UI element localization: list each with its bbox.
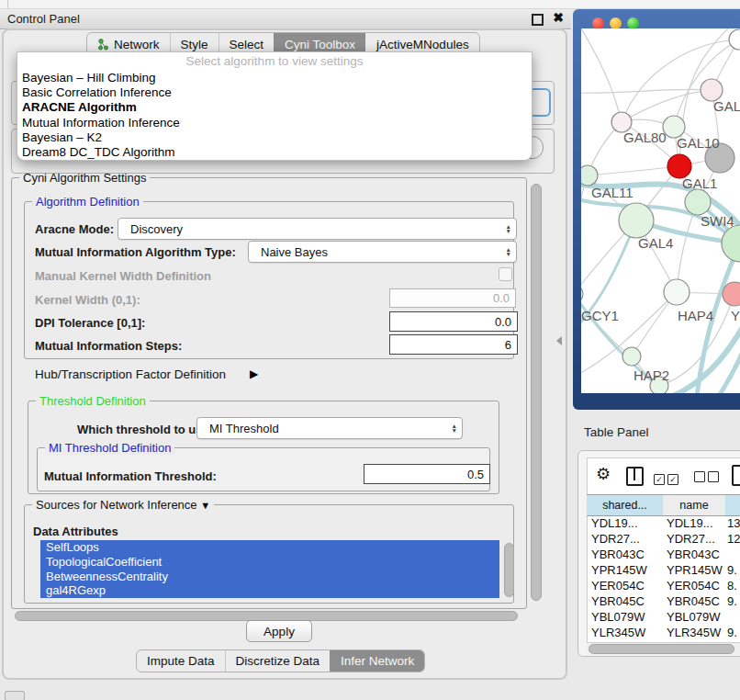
mi-type-combo[interactable]: Naive Bayes ▲▼: [248, 241, 517, 263]
hide-columns-icon[interactable]: [694, 469, 722, 486]
columns-icon[interactable]: [626, 467, 644, 486]
node-label-gal10: GAL10: [677, 135, 720, 151]
kernel-width-label: Kernel Width (0,1):: [35, 293, 140, 307]
dpi-tolerance-label: DPI Tolerance [0,1]:: [35, 316, 145, 330]
network-node-gal4[interactable]: [619, 203, 654, 238]
network-node-gcy1[interactable]: [581, 285, 583, 303]
which-threshold-combo[interactable]: MI Threshold ▲▼: [196, 417, 463, 439]
manual-kernel-checkbox[interactable]: [499, 267, 512, 281]
network-edge[interactable]: [622, 90, 712, 122]
tab-impute-data[interactable]: Impute Data: [137, 650, 225, 672]
mi-steps-label: Mutual Information Steps:: [35, 339, 182, 353]
dpi-tolerance-field[interactable]: 0.0: [389, 311, 518, 332]
table-cell: 8.: [727, 579, 740, 593]
table-cell: 12: [727, 532, 740, 546]
network-node-swi4[interactable]: [685, 189, 711, 215]
aracne-mode-label: Aracne Mode:: [35, 222, 114, 236]
network-node-node-top[interactable]: [729, 29, 740, 50]
manual-kernel-label: Manual Kernel Width Definition: [35, 269, 211, 283]
collapse-arrow-icon[interactable]: ▼: [200, 500, 210, 511]
network-edge[interactable]: [581, 175, 588, 294]
column-header-3[interactable]: A: [725, 494, 740, 516]
kernel-width-field[interactable]: 0.0: [389, 288, 516, 308]
splitter-handle-icon[interactable]: [556, 336, 562, 345]
data-attributes-label: Data Attributes: [33, 525, 118, 538]
tab-impute-data-label: Impute Data: [147, 654, 215, 668]
table-cell: YDR27...: [591, 532, 663, 546]
column-header-1[interactable]: shared...: [587, 494, 664, 516]
table-cell: 9.: [727, 594, 740, 608]
node-label-gal7: GAL: [713, 98, 740, 114]
expand-arrow-icon[interactable]: ▶: [250, 367, 258, 380]
algorithm-option-bayesian-k2[interactable]: Bayesian – K2: [17, 130, 532, 145]
algorithm-popup-placeholder: Select algorithm to view settings: [17, 52, 532, 71]
mi-steps-field[interactable]: 6: [389, 334, 518, 355]
node-label-swi4: SWI4: [701, 213, 734, 229]
apply-button[interactable]: Apply: [246, 620, 312, 642]
network-edge[interactable]: [581, 28, 622, 122]
tab-infer-network-label: Infer Network: [341, 654, 414, 668]
tab-select-label: Select: [230, 38, 264, 51]
node-label-gal80: GAL80: [623, 130, 667, 145]
table-cell: YDL19...: [591, 516, 663, 530]
document-icon[interactable]: [732, 465, 740, 486]
mi-threshold-field[interactable]: 0.5: [364, 464, 490, 484]
attribute-item-betweennesscentrality[interactable]: BetweennessCentrality: [40, 570, 499, 584]
table-cell: YBR045C: [591, 594, 663, 608]
chevron-updown-icon: ▲▼: [506, 247, 511, 257]
table-cell: YBL079W: [591, 610, 663, 624]
divider: [7, 0, 8, 8]
which-threshold-label: Which threshold to use:: [77, 423, 213, 436]
column-header-2[interactable]: name: [663, 494, 726, 516]
data-attributes-list: SelfLoopsTopologicalCoefficientBetweenne…: [40, 540, 499, 599]
network-node-hap2[interactable]: [622, 347, 641, 366]
network-window: GALGAL80GAL10GAL1GAL11SWI4GAL4GCY1HAP4YH…: [573, 9, 740, 410]
network-graph: GALGAL80GAL10GAL1GAL11SWI4GAL4GCY1HAP4YH…: [581, 28, 740, 393]
table-cell: 9.: [727, 563, 740, 577]
node-label-gcy1: GCY1: [581, 308, 619, 323]
attribute-item-topologicalcoefficient[interactable]: TopologicalCoefficient: [40, 555, 499, 570]
algorithm-definition-title: Algorithm Definition: [32, 195, 143, 209]
aracne-mode-combo[interactable]: Discovery ▲▼: [118, 218, 517, 240]
tab-discretize-data[interactable]: Discretize Data: [225, 650, 331, 672]
algorithm-option-aracne-algorithm[interactable]: ARACNE Algorithm: [17, 100, 532, 115]
table-cell: 9.: [727, 626, 740, 639]
network-edge[interactable]: [581, 294, 632, 356]
tab-infer-network[interactable]: Infer Network: [330, 650, 424, 672]
chevron-updown-icon: ▲▼: [452, 423, 457, 434]
table-horizontal-scrollbar[interactable]: [589, 644, 734, 654]
table-cell: YBR043C: [667, 548, 738, 561]
attribute-item-selfloops[interactable]: SelfLoops: [40, 540, 499, 555]
algorithm-option-mutual-information-inference[interactable]: Mutual Information Inference: [17, 116, 532, 130]
app-top-strip: [0, 0, 740, 9]
close-icon[interactable]: ✖: [553, 10, 564, 25]
sources-title: Sources for Network Inference ▼: [32, 498, 214, 512]
node-label-hap4: HAP4: [678, 308, 713, 323]
node-label-y-pink: Y: [731, 308, 740, 323]
which-threshold-value: MI Threshold: [209, 422, 279, 435]
attributes-scrollbar[interactable]: [504, 543, 514, 597]
minimized-panel-icon[interactable]: [5, 691, 25, 700]
table-cell: YLR345W: [591, 626, 663, 639]
table-panel-title: Table Panel: [584, 425, 649, 439]
network-edge[interactable]: [581, 89, 712, 93]
algorithm-popup-list: Bayesian – Hill ClimbingBasic Correlatio…: [17, 71, 532, 160]
table-cell: YPR145W: [591, 563, 663, 577]
network-edge[interactable]: [588, 166, 679, 175]
algorithm-option-basic-correlation-inference[interactable]: Basic Correlation Inference: [17, 85, 532, 100]
algorithm-option-dream8-dc-tdc-algorithm[interactable]: Dream8 DC_TDC Algorithm: [17, 145, 532, 160]
float-window-icon[interactable]: [532, 14, 544, 26]
node-label-gal1-red: GAL1: [682, 175, 717, 191]
algorithm-option-bayesian-hill-climbing[interactable]: Bayesian – Hill Climbing: [17, 71, 532, 85]
settings-vertical-scrollbar[interactable]: [531, 184, 542, 601]
gear-icon[interactable]: ⚙: [596, 466, 611, 482]
attribute-item-gal4rgexp[interactable]: gal4RGexp: [40, 583, 499, 598]
network-canvas[interactable]: GALGAL80GAL10GAL1GAL11SWI4GAL4GCY1HAP4YH…: [581, 28, 740, 393]
mi-type-value: Naive Bayes: [261, 245, 328, 259]
mi-threshold-label: Mutual Information Threshold:: [44, 469, 217, 483]
node-label-hap2: HAP2: [633, 367, 669, 383]
network-node-hap4[interactable]: [664, 279, 690, 305]
network-node-gal11[interactable]: [581, 165, 598, 186]
show-columns-icon[interactable]: ✓✓: [654, 469, 681, 486]
tab-jactivemnodules-label: jActiveMNodules: [376, 38, 469, 51]
